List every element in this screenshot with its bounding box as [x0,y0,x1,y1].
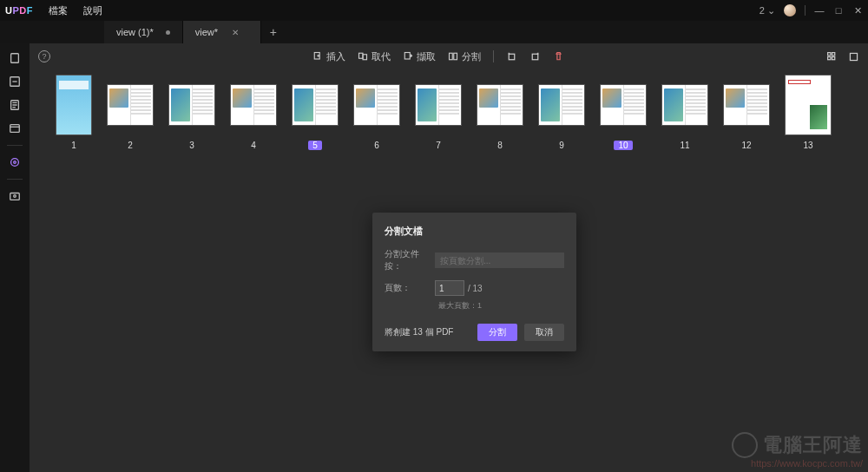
thumbnail-small-icon [826,51,838,62]
page-thumbnail[interactable]: 4 [230,75,277,150]
svg-rect-6 [10,193,20,200]
tab-strip: view (1)* view* ✕ + [0,21,868,43]
window-minimize-button[interactable]: — [814,5,825,16]
split-cancel-button[interactable]: 取消 [524,324,564,341]
main-area: ? 插入 取代 擷取 分割 [30,43,868,472]
sidebar-tool-edit-icon[interactable] [7,74,23,89]
split-dialog: 分割文檔 分割文件按： 頁數： / 13 最大頁數：1 將創建 13 個 PDF… [372,213,576,351]
page-thumbnail[interactable]: 3 [168,75,215,150]
page-number-label: 2 [128,141,133,150]
page-preview[interactable] [415,84,462,126]
page-thumbnail[interactable]: 2 [107,75,154,150]
svg-rect-14 [509,54,515,60]
menu-file[interactable]: 檔案 [49,4,68,17]
page-toolbar: ? 插入 取代 擷取 分割 [30,43,868,69]
toolbar-rotate-right-button[interactable] [529,50,541,63]
app-logo: UPDF [5,5,33,16]
document-tab[interactable]: view* ✕ [183,21,261,43]
sidebar-tool-page-icon[interactable] [7,50,23,66]
toolbar-replace-button[interactable]: 取代 [358,50,391,63]
toolbar-zoom-large-button[interactable] [848,51,859,62]
toolbar-extract-button[interactable]: 擷取 [403,50,436,63]
tab-label: view (1)* [116,27,154,37]
page-number-label: 9 [559,141,564,150]
svg-rect-9 [359,53,364,58]
page-preview[interactable] [477,84,523,126]
svg-point-4 [11,159,19,167]
pages-input[interactable] [435,280,464,296]
split-by-label: 分割文件按： [385,248,435,272]
page-number-label: 5 [308,141,322,150]
svg-rect-11 [404,53,410,60]
page-thumbnail[interactable]: 10 [600,75,647,150]
tab-modified-indicator-icon [166,30,170,35]
page-preview[interactable] [56,75,92,135]
pages-total: / 13 [468,284,483,293]
user-avatar[interactable] [784,4,796,16]
page-preview[interactable] [600,84,647,126]
thumbnail-large-icon [848,51,859,62]
svg-rect-18 [828,56,831,59]
page-thumbnail[interactable]: 9 [538,75,585,150]
page-number-label: 13 [803,141,812,150]
page-preview[interactable] [661,84,708,126]
page-thumbnail[interactable]: 11 [661,75,708,150]
page-thumbnail[interactable]: 8 [477,75,523,150]
dialog-title: 分割文檔 [385,225,564,238]
toolbar-delete-button[interactable] [553,50,564,63]
svg-rect-19 [832,56,835,59]
page-preview[interactable] [230,84,277,126]
rotate-left-icon [506,51,517,62]
page-number-label: 11 [680,141,689,150]
add-tab-button[interactable]: + [261,21,286,43]
page-thumbnail[interactable]: 1 [56,75,92,150]
toolbar-insert-button[interactable]: 插入 [312,50,345,63]
tab-close-icon[interactable]: ✕ [232,28,239,37]
split-icon [448,51,458,62]
window-close-button[interactable]: ✕ [852,5,863,16]
svg-rect-20 [850,53,857,60]
page-number-label: 8 [497,141,503,150]
titlebar: UPDF 檔案 說明 2 ⌄ — □ ✕ [0,0,868,21]
page-preview[interactable] [292,84,339,126]
help-icon[interactable]: ? [38,50,50,62]
page-preview[interactable] [107,84,154,126]
toolbar-rotate-left-button[interactable] [506,50,517,63]
page-preview[interactable] [353,84,400,126]
thumbnail-grid: 12345678910111213 [56,75,842,150]
split-by-select[interactable] [435,252,564,268]
svg-rect-17 [832,52,835,55]
page-number-label: 1 [71,141,76,150]
sidebar-tool-organize-icon[interactable] [7,154,23,170]
menu-help[interactable]: 說明 [83,4,102,17]
page-thumbnail[interactable]: 5 [292,75,339,150]
sidebar-tool-ocr-icon[interactable] [7,97,23,113]
left-sidebar [0,43,30,472]
rotate-right-icon [529,51,541,62]
toolbar-zoom-small-button[interactable] [826,51,838,62]
svg-rect-0 [11,54,19,63]
page-number-label: 4 [251,141,256,150]
page-number-label: 12 [741,141,751,150]
page-preview[interactable] [723,84,770,126]
page-thumbnail[interactable]: 13 [785,75,832,150]
svg-rect-15 [532,54,538,60]
sidebar-tool-protect-icon[interactable] [7,188,23,204]
header-counter[interactable]: 2 ⌄ [760,5,775,16]
svg-rect-3 [10,125,20,133]
page-preview[interactable] [168,84,215,126]
toolbar-split-button[interactable]: 分割 [448,50,481,63]
page-thumbnail[interactable]: 12 [723,75,770,150]
extract-icon [403,51,413,62]
page-thumbnail[interactable]: 6 [353,75,400,150]
page-preview[interactable] [785,75,832,135]
page-number-label: 10 [614,141,632,150]
document-tab[interactable]: view (1)* [104,21,183,43]
window-maximize-button[interactable]: □ [833,5,844,16]
split-confirm-button[interactable]: 分割 [477,324,517,341]
page-preview[interactable] [538,84,585,126]
svg-rect-12 [450,53,453,60]
sidebar-tool-form-icon[interactable] [7,121,23,136]
page-number-label: 6 [374,141,379,150]
page-thumbnail[interactable]: 7 [415,75,462,150]
